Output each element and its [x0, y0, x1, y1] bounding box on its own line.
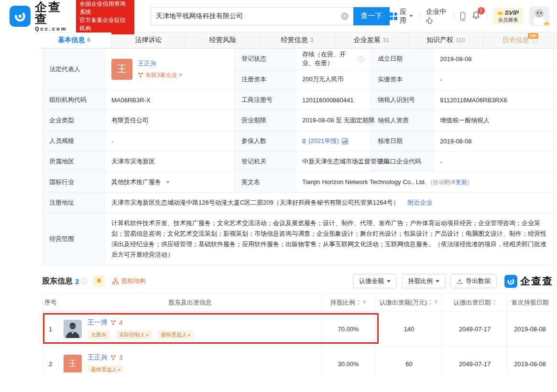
related-companies-link[interactable]: 关联3家企业 > — [138, 71, 182, 79]
business-scope-label: 经营范围 — [43, 213, 105, 265]
notifications-button[interactable]: 2 — [471, 11, 481, 22]
filter-icon[interactable] — [362, 300, 367, 305]
network-icon[interactable] — [110, 320, 116, 326]
tab-operating-risk[interactable]: 经营风险 — [186, 33, 260, 48]
qcc-logo[interactable]: 企查查 Qcc.com 全国企业信用查询系统 官方备案企业征信机构 — [10, 0, 134, 34]
enterprise-center-link[interactable]: 企业中心 — [426, 8, 448, 25]
mobile-app-icon[interactable] — [460, 12, 465, 21]
top-header: 企查查 Qcc.com 全国企业信用查询系统 官方备案企业征信机构 × 查一下 … — [0, 0, 557, 32]
tag-major-shareholder[interactable]: 大股东 — [87, 330, 110, 339]
filter-icon[interactable] — [434, 300, 438, 305]
tab-basic-info[interactable]: 基本信息6 — [37, 33, 111, 48]
user-nav: 应用 企业中心 2 SVIP 会员服务 — [390, 6, 549, 26]
translate-note: (自动翻译 — [431, 179, 456, 185]
apps-menu[interactable]: 应用 — [390, 8, 413, 25]
badge-line1: 全国企业信用查询系统 — [79, 0, 131, 16]
shareholder-row: 2 王 王正兴 3 最终受益人▸ — [43, 347, 554, 373]
row-no: 2 — [43, 347, 59, 373]
table-row: 经营范围 计算机软件技术开发、技术推广服务；文化艺术交流活动；会议及展览服务；设… — [43, 213, 554, 265]
crown-icon — [497, 11, 503, 15]
taxpayer-id-value: 91120116MA06RB3RX6 — [433, 90, 554, 110]
shareholder-photo[interactable] — [64, 320, 82, 338]
reg-capital-label: 注册资本 — [235, 69, 295, 90]
export-data-button[interactable]: 导出数据 — [450, 274, 497, 288]
tab-intellectual-property[interactable]: 知识产权110 — [409, 33, 483, 48]
annual-report-link[interactable]: (2021年报) — [308, 137, 339, 145]
tag-beneficial-owner[interactable]: 最终受益人▸ — [87, 365, 124, 372]
industry-value[interactable]: 其他技术推广服务 — [105, 172, 235, 193]
tab-count: 31 — [383, 37, 389, 44]
related-count[interactable]: 4 — [119, 319, 123, 327]
shareholder-actions: 认缴金额 持股比例 导出数据 企查查 — [353, 274, 553, 288]
legal-rep-avatar: 王 — [111, 59, 132, 80]
apps-grid-icon — [390, 12, 397, 20]
tab-label: 经营信息 — [281, 36, 308, 44]
tag-label: 最终受益人 — [91, 367, 117, 372]
translate-note-close: ) — [467, 179, 469, 185]
tab-history-info[interactable]: VIP 历史信息 i — [483, 33, 557, 48]
sort-icon[interactable] — [428, 300, 432, 305]
shareholder-avatar[interactable]: 王 — [64, 355, 82, 372]
approval-date-label: 核准日期 — [371, 131, 433, 152]
info-icon[interactable]: i — [358, 56, 364, 62]
amount-value: 60 — [375, 347, 443, 373]
update-translation-link[interactable]: 更新 — [456, 179, 467, 185]
table-header-row: 序号 股东及出资信息 持股比例 认缴出资额(万元) — [43, 294, 554, 312]
sort-icon[interactable] — [492, 300, 496, 305]
legal-rep-name-link[interactable]: 王正兴 — [138, 60, 156, 67]
tab-label: 历史信息 — [502, 36, 529, 44]
search-button[interactable]: 查一下 — [353, 7, 390, 25]
ratio-value: 70.00% — [322, 312, 375, 347]
qcc-logo-text: 企查查 — [520, 274, 553, 288]
tag-beneficial-owner[interactable]: 最终受益人▸ — [157, 330, 194, 339]
org-code-value: MA06RB3R-X — [105, 90, 235, 110]
shareholder-info-cell: 王一博 4 大股东 实际控制人▸ 最终受益人▸ — [59, 312, 322, 347]
shareholder-name-link[interactable]: 王正兴 — [87, 353, 108, 362]
industry-text: 其他技术推广服务 — [111, 178, 161, 186]
sort-icon[interactable] — [357, 300, 360, 305]
first-date-value: 2019-08-08 — [507, 312, 554, 347]
chart-icon[interactable] — [342, 138, 348, 144]
nearby-companies-link[interactable]: 附近企业 — [407, 199, 432, 206]
address-text: 天津市滨海新区生态城动漫中路126号动漫大厦C区二层209（天津好邦商务秘书有限… — [111, 199, 399, 206]
table-row: 企业类型 有限责任公司 营业期限 2019-08-08 至 无固定期限 纳税人资… — [43, 110, 554, 131]
col-amount[interactable]: 认缴出资额(万元) — [375, 294, 443, 312]
taxpayer-qual-label: 纳税人资质 — [371, 110, 433, 131]
shareholding-ratio-dropdown[interactable]: 持股比例 — [402, 274, 446, 288]
search-input[interactable] — [156, 12, 341, 20]
tag-label: 最终受益人 — [161, 332, 187, 338]
col-label: 持股比例 — [330, 298, 355, 307]
clear-search-icon[interactable]: × — [341, 12, 349, 20]
col-label: 认缴出资额(万元) — [380, 298, 427, 307]
subscribed-amount-dropdown[interactable]: 认缴金额 — [353, 274, 397, 288]
user-avatar[interactable] — [529, 6, 549, 26]
svip-member-button[interactable]: SVIP 会员服务 — [493, 8, 523, 24]
shareholder-section-header: 股东信息 2 i 股权结构 认缴金额 持股比例 导出数据 — [42, 274, 553, 288]
col-ratio[interactable]: 持股比例 — [322, 294, 375, 312]
company-type-value: 有限责任公司 — [105, 110, 235, 131]
bell-icon — [96, 278, 102, 284]
biz-reg-no-label: 工商注册号 — [235, 90, 295, 110]
info-icon[interactable]: i — [81, 278, 87, 284]
related-count[interactable]: 3 — [119, 354, 123, 361]
col-shareholder-info[interactable]: 股东及出资信息 — [59, 294, 322, 312]
shareholder-name-link[interactable]: 王一博 — [87, 318, 108, 327]
monitor-bell-button[interactable] — [93, 275, 105, 287]
org-chart-icon — [112, 278, 119, 284]
legal-rep-label: 法定代表人 — [43, 49, 105, 90]
est-date-label: 成立日期 — [371, 49, 433, 69]
chevron-down-icon — [387, 280, 391, 283]
tag-actual-controller[interactable]: 实际控制人▸ — [116, 330, 152, 339]
download-icon — [457, 278, 463, 284]
col-date[interactable]: 认缴出资日期 — [443, 294, 507, 312]
tab-legal-litigation[interactable]: 法律诉讼 — [111, 33, 186, 48]
first-date-value: 2019-08-08 — [507, 347, 554, 373]
shareholder-tags: 最终受益人▸ — [87, 365, 128, 372]
tab-operating-info[interactable]: 经营信息3 — [260, 33, 334, 48]
network-icon[interactable] — [110, 355, 116, 360]
tab-company-development[interactable]: 企业发展31 — [335, 33, 409, 48]
equity-structure-link[interactable]: 股权结构 — [112, 277, 146, 285]
industry-label: 国标行业 — [43, 172, 105, 193]
import-export-code-value: - — [433, 152, 554, 172]
divider — [487, 12, 487, 20]
